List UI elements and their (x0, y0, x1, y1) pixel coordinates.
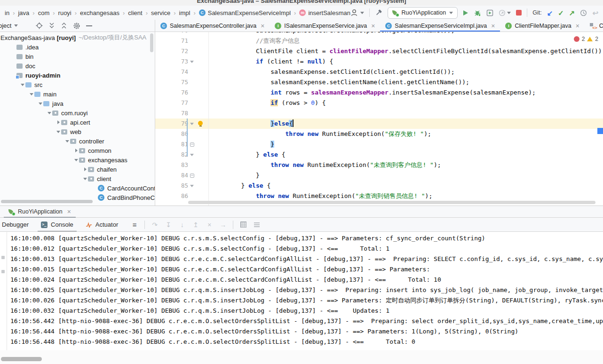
gutter[interactable]: 83 (155, 160, 208, 170)
chevron-down-icon[interactable] (73, 157, 79, 163)
chevron-down-icon[interactable] (56, 128, 61, 135)
chevron-down-icon[interactable] (82, 175, 88, 182)
console-log[interactable]: 16:10:00.008 [quartzScheduler_Worker-10]… (0, 231, 603, 350)
git-push-button[interactable]: ↗ (569, 9, 575, 16)
breadcrumb-item[interactable]: client (128, 9, 142, 16)
code-line[interactable]: 85 } else { (155, 181, 603, 191)
tree-item[interactable]: com.ruoyi (0, 108, 155, 118)
chevron-down-icon[interactable] (29, 91, 34, 97)
run-tab[interactable]: RuoYiApplication × (4, 206, 76, 217)
gutter[interactable]: 84 (155, 170, 208, 181)
inspections-widget[interactable]: 2 2 (574, 36, 598, 42)
stop-button[interactable] (516, 10, 522, 16)
layout-settings-icon[interactable] (253, 221, 261, 229)
run-with-coverage-button[interactable] (486, 9, 493, 16)
chevron-down-icon[interactable] (47, 110, 52, 116)
code-line[interactable]: 77 if (rows > 0) { (155, 98, 603, 108)
tree-item[interactable]: ExchangeSaas-java[ruoyi]~/Desktop/项目/兑换S… (0, 33, 155, 42)
console-tab[interactable]: >_Console (35, 218, 79, 231)
close-icon[interactable]: × (67, 208, 71, 215)
hide-panel-icon[interactable] (86, 25, 92, 27)
git-update-button[interactable]: ↙ (547, 9, 553, 16)
scrollbar-caret-marker[interactable] (597, 128, 603, 134)
code-line[interactable]: 82 } else { (155, 150, 603, 160)
chevron-right-icon[interactable] (73, 149, 79, 152)
gutter[interactable]: 73 (155, 56, 208, 67)
breadcrumb-item[interactable]: ruoyi (58, 9, 71, 16)
run-configuration-select[interactable]: RuoYiApplication (388, 7, 458, 19)
gutter[interactable]: 80 (155, 129, 208, 139)
code-line[interactable]: 74 salesmanExpense.setClientId(client.ge… (155, 67, 603, 77)
horizontal-scrollbar[interactable] (188, 201, 595, 204)
horizontal-scrollbar[interactable] (1, 200, 93, 203)
tree-item[interactable]: common (0, 146, 155, 155)
tree-item[interactable]: client (0, 174, 155, 183)
step-out-icon[interactable]: ↥ (192, 221, 199, 229)
chevron-right-icon[interactable] (82, 167, 88, 171)
breadcrumb-item[interactable]: exchangesaas (80, 9, 119, 16)
gutter[interactable]: 86 (155, 191, 208, 201)
editor-tab[interactable]: IISalesmanExpenseService.java× (270, 20, 380, 32)
gutter[interactable]: 71 (155, 36, 208, 46)
breadcrumb-item[interactable]: com (38, 9, 50, 16)
breadcrumb-item[interactable]: minsertSalesmanExpense (299, 9, 350, 16)
step-into-icon[interactable]: ↧ (165, 221, 172, 229)
tree-item[interactable]: doc (0, 61, 155, 71)
rollback-button[interactable]: ↩ (592, 9, 598, 16)
close-icon[interactable]: × (491, 22, 495, 30)
code-line[interactable]: 72 ClientFile client = clientFileMapper.… (155, 46, 603, 56)
breadcrumb-item[interactable]: CSalesmanExpenseServiceImpl (199, 9, 291, 16)
tree-item[interactable]: CCardAccountControlle (0, 183, 155, 193)
tree-item[interactable]: bin (0, 52, 155, 61)
gutter[interactable]: 77 (155, 98, 208, 108)
user-account-button[interactable] (350, 9, 364, 16)
git-commit-button[interactable]: ✓ (558, 9, 564, 16)
code-line[interactable]: 79 }else{ (155, 119, 603, 129)
expand-all-icon[interactable] (48, 22, 55, 29)
fold-marker-icon[interactable] (188, 123, 196, 125)
profiler-button[interactable] (499, 9, 511, 16)
vertical-scrollbar[interactable] (150, 33, 153, 52)
history-button[interactable] (580, 9, 587, 16)
editor-tab[interactable]: <>ClientFileMapper.xml (585, 20, 603, 32)
close-icon[interactable]: × (371, 22, 375, 30)
gutter[interactable]: 72 (155, 46, 208, 56)
breadcrumb-item[interactable]: service (151, 9, 170, 16)
fold-marker-icon[interactable] (188, 174, 196, 178)
tree-item[interactable]: exchangesaas (0, 155, 155, 165)
code-line[interactable]: 70 salesmanExpense.setPersonName(person.… (155, 32, 603, 36)
fold-marker-icon[interactable] (188, 154, 196, 156)
editor-tab[interactable]: IClientFileMapper.java× (500, 20, 584, 32)
code-line[interactable]: 78 (155, 108, 603, 119)
tree-item[interactable]: .idea (0, 42, 155, 52)
gear-icon[interactable] (73, 22, 80, 30)
gutter[interactable]: 76 (155, 87, 208, 98)
code-lines[interactable]: 70 salesmanExpense.setPersonName(person.… (155, 32, 603, 201)
drop-frame-icon[interactable]: × (206, 221, 213, 229)
code-line[interactable]: 71 //查询客户信息 (155, 36, 603, 46)
chevron-down-icon[interactable] (38, 100, 43, 107)
code-line[interactable]: 83 throw new RuntimeException("未查询到客户信息!… (155, 160, 603, 170)
editor-tab[interactable]: CSalesmanExpenseController.java× (155, 20, 270, 32)
fold-marker-icon[interactable] (188, 185, 196, 187)
gutter[interactable]: 82 (155, 150, 208, 160)
code-line[interactable]: 84 } (155, 170, 603, 181)
code-line[interactable]: 73 if (client != null) { (155, 56, 603, 67)
close-icon[interactable]: × (576, 22, 579, 30)
tree-item[interactable]: chaifen (0, 165, 155, 174)
tree-item[interactable]: ruoyi-admin (0, 71, 155, 80)
gutter[interactable]: 79 (155, 119, 208, 129)
tree-item[interactable]: main (0, 89, 155, 99)
intention-bulb-icon[interactable] (198, 121, 203, 126)
console-tab[interactable]: Debugger (0, 218, 35, 231)
chevron-down-icon[interactable] (20, 81, 25, 88)
code-editor[interactable]: 70 salesmanExpense.setPersonName(person.… (155, 32, 603, 206)
overflow-menu-icon[interactable]: ≡ (131, 221, 138, 229)
horizontal-scrollbar[interactable] (1, 357, 42, 361)
run-button[interactable] (463, 10, 468, 16)
build-button[interactable] (375, 9, 382, 16)
gutter[interactable]: 70 (155, 32, 208, 36)
tree-item[interactable]: controller (0, 136, 155, 146)
gutter[interactable]: 81 (155, 139, 208, 150)
code-line[interactable]: 81 } (155, 139, 603, 150)
